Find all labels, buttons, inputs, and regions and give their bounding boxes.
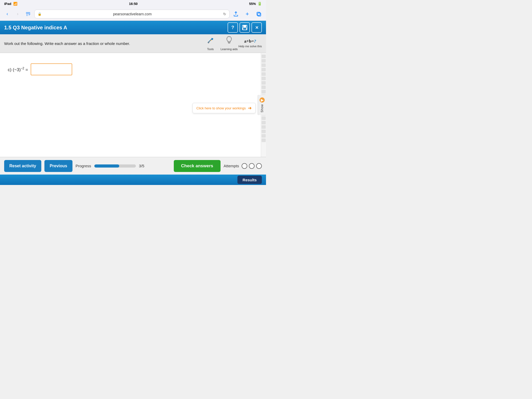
status-time: 16:50	[129, 2, 138, 6]
bookmarks-button[interactable]	[24, 10, 32, 18]
learning-aids-button[interactable]: Learning aids	[220, 35, 238, 53]
status-left: iPad 📶	[4, 2, 17, 6]
notch-16	[262, 121, 266, 124]
attempts-label: Attempts	[224, 164, 239, 168]
results-button[interactable]: Results	[237, 176, 262, 184]
notch-2	[262, 59, 266, 63]
svg-rect-4	[243, 28, 247, 30]
attempt-circles	[242, 163, 262, 169]
app-title: 1.5 Q3 Negative indices A	[4, 25, 67, 31]
notch-18	[262, 130, 266, 133]
add-tab-button[interactable]: +	[243, 10, 251, 18]
notch-5	[262, 72, 266, 76]
answer-input[interactable]	[31, 63, 72, 75]
svg-rect-7	[228, 43, 230, 43]
toolbar: Work out the following. Write each answe…	[0, 34, 266, 53]
progress-section: Progress 3/5	[76, 164, 171, 168]
question-instruction: Work out the following. Write each answe…	[4, 41, 201, 46]
url-text: pearsonactivelearn.com	[43, 12, 222, 16]
notch-9	[262, 90, 266, 94]
address-bar[interactable]: 🔒 pearsonactivelearn.com ↻	[34, 10, 230, 18]
progress-bar-fill	[94, 164, 119, 168]
notch-4	[262, 68, 266, 71]
lock-icon: 🔒	[38, 12, 42, 16]
workings-callout[interactable]: Click here to show your workings ➜	[192, 103, 256, 113]
tools-button[interactable]: Tools	[201, 35, 220, 53]
notch-20	[262, 138, 266, 142]
learning-aids-icon	[225, 36, 233, 46]
attempt-circle-3	[256, 163, 262, 169]
status-bar: iPad 📶 16:50 55% 🔋	[0, 0, 266, 7]
tools-label: Tools	[207, 48, 214, 51]
app-header: 1.5 Q3 Negative indices A ? ✕	[0, 21, 266, 34]
notch-19	[262, 134, 266, 138]
device-label: iPad	[4, 2, 11, 6]
question-label: c) (−3)−2 =	[8, 66, 28, 72]
attempts-section: Attempts	[224, 163, 262, 169]
notch-8	[262, 85, 266, 89]
main-content: c) (−3)−2 = Click here to show your work…	[0, 53, 266, 157]
svg-rect-1	[258, 13, 261, 16]
svg-rect-3	[243, 25, 246, 27]
help-button[interactable]: ?	[228, 22, 238, 33]
notch-17	[262, 125, 266, 129]
progress-bar	[94, 164, 136, 168]
attempt-circle-2	[249, 163, 255, 169]
back-button[interactable]: ‹	[3, 10, 11, 18]
check-answers-button[interactable]: Check answers	[174, 160, 221, 172]
attempt-circle-1	[242, 163, 247, 169]
question-expression: c) (−3)−2 =	[8, 63, 253, 75]
notch-3	[262, 63, 266, 67]
show-workings-tab[interactable]: ▶ Show	[258, 95, 266, 115]
notch-15	[262, 116, 266, 120]
learning-aids-label: Learning aids	[221, 48, 238, 51]
progress-label: Progress	[76, 164, 91, 168]
notch-1	[262, 55, 266, 58]
forward-button[interactable]: ›	[14, 10, 22, 18]
svg-rect-0	[257, 12, 260, 15]
bottom-bar: Reset activity Previous Progress 3/5 Che…	[0, 157, 266, 175]
header-actions: ? ✕	[228, 22, 262, 33]
toolbar-tools: Tools Learning aids a+b=? Help me solve …	[201, 35, 262, 53]
share-button[interactable]	[232, 10, 240, 18]
wifi-icon: 📶	[13, 2, 17, 6]
notch-7	[262, 81, 266, 85]
svg-point-5	[210, 40, 211, 41]
show-workings-circle: ▶	[260, 97, 265, 103]
notch-6	[262, 77, 266, 80]
battery-percent: 55%	[249, 2, 256, 6]
progress-count: 3/5	[139, 164, 144, 168]
blue-footer: Results	[0, 175, 266, 185]
save-button[interactable]	[240, 22, 250, 33]
help-me-solve-button[interactable]: a+b=? Help me solve this	[238, 35, 262, 53]
callout-text: Click here to show your workings	[196, 106, 246, 110]
reload-icon[interactable]: ↻	[223, 12, 226, 16]
browser-bar: ‹ › 🔒 pearsonactivelearn.com ↻ +	[0, 7, 266, 21]
close-button[interactable]: ✕	[251, 22, 262, 33]
battery-icon: 🔋	[257, 2, 262, 6]
reset-activity-button[interactable]: Reset activity	[4, 160, 41, 172]
status-right: 55% 🔋	[249, 2, 262, 6]
tools-icon	[206, 36, 215, 46]
callout-arrow-icon: ➜	[248, 105, 252, 111]
previous-button[interactable]: Previous	[44, 160, 72, 172]
show-workings-label: Show	[260, 104, 264, 112]
help-me-formula: a+b=?	[244, 39, 256, 44]
browser-actions: +	[232, 10, 263, 18]
help-me-solve-label: Help me solve this	[238, 44, 262, 48]
tabs-button[interactable]	[255, 10, 263, 18]
